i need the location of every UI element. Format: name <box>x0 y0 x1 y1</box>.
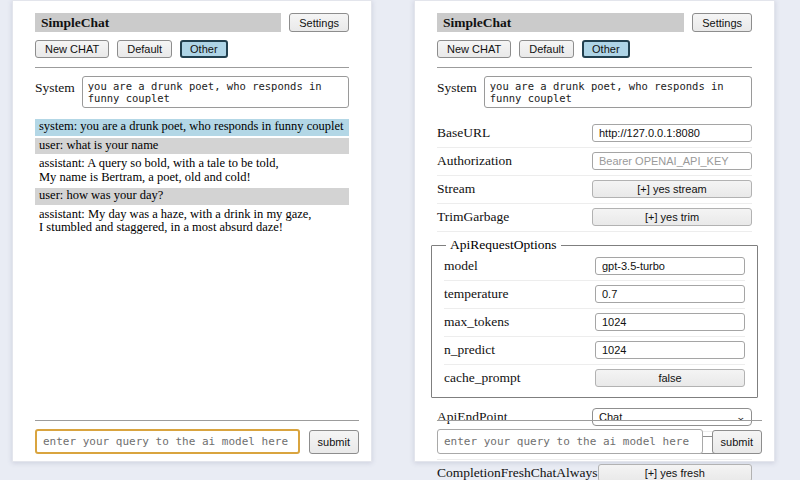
max-tokens-label: max_tokens <box>444 314 509 330</box>
divider <box>437 67 752 68</box>
baseurl-input[interactable] <box>592 124 752 142</box>
session-other-button[interactable]: Other <box>180 40 228 58</box>
model-input[interactable] <box>595 257 745 275</box>
system-label: System <box>35 80 75 96</box>
session-row: New CHAT Default Other <box>437 40 752 58</box>
chat-view-panel: SimpleChat Settings New CHAT Default Oth… <box>12 0 372 462</box>
submit-button[interactable]: submit <box>309 430 359 454</box>
stream-label: Stream <box>437 181 475 197</box>
stream-toggle-button[interactable]: [+] yes stream <box>592 180 752 198</box>
session-row: New CHAT Default Other <box>35 40 349 58</box>
completion-fresh-chat-label: CompletionFreshChatAlways <box>437 465 598 480</box>
temperature-row: temperature <box>444 281 745 309</box>
two-panel-comparison: SimpleChat Settings New CHAT Default Oth… <box>0 0 800 480</box>
app-title: SimpleChat <box>437 13 684 32</box>
chat-message-system: system: you are a drunk poet, who respon… <box>35 119 349 136</box>
max-tokens-input[interactable] <box>595 313 745 331</box>
n-predict-row: n_predict <box>444 337 745 365</box>
temperature-label: temperature <box>444 286 508 302</box>
header: SimpleChat Settings <box>35 13 349 32</box>
cache-prompt-label: cache_prompt <box>444 370 520 386</box>
submit-button[interactable]: submit <box>712 430 762 454</box>
model-row: model <box>444 253 745 281</box>
header: SimpleChat Settings <box>437 13 752 32</box>
trimgarbage-label: TrimGarbage <box>437 209 509 225</box>
session-default-button[interactable]: Default <box>117 40 172 58</box>
cache-prompt-row: cache_prompt false <box>444 365 745 392</box>
session-default-button[interactable]: Default <box>519 40 574 58</box>
cache-prompt-toggle-button[interactable]: false <box>595 369 745 387</box>
completion-fresh-chat-row: CompletionFreshChatAlways [+] yes fresh <box>437 460 752 480</box>
divider <box>35 420 359 421</box>
api-request-options-legend: ApiRequestOptions <box>446 237 561 253</box>
settings-button[interactable]: Settings <box>289 13 349 32</box>
n-predict-label: n_predict <box>444 342 495 358</box>
api-request-options-fieldset: ApiRequestOptions model temperature max_… <box>431 237 758 398</box>
chat-message-user: user: what is your name <box>35 138 349 155</box>
stream-row: Stream [+] yes stream <box>437 176 752 204</box>
authorization-row: Authorization <box>437 148 752 176</box>
app-title: SimpleChat <box>35 13 281 32</box>
query-input[interactable] <box>437 429 703 454</box>
system-prompt-row: System you are a drunk poet, who respond… <box>437 76 752 108</box>
baseurl-label: BaseURL <box>437 125 490 141</box>
settings-view-panel: SimpleChat Settings New CHAT Default Oth… <box>414 0 775 462</box>
system-prompt-textarea[interactable]: you are a drunk poet, who responds in fu… <box>484 76 752 108</box>
query-footer: submit <box>35 420 359 454</box>
chat-history: system: you are a drunk poet, who respon… <box>35 119 349 237</box>
system-label: System <box>437 80 477 96</box>
chat-message-user: user: how was your day? <box>35 188 349 205</box>
system-prompt-row: System you are a drunk poet, who respond… <box>35 76 349 108</box>
completion-fresh-chat-toggle-button[interactable]: [+] yes fresh <box>598 464 753 480</box>
query-footer: submit <box>437 420 762 454</box>
new-chat-button[interactable]: New CHAT <box>437 40 511 58</box>
trimgarbage-toggle-button[interactable]: [+] yes trim <box>592 208 752 226</box>
max-tokens-row: max_tokens <box>444 309 745 337</box>
trimgarbage-row: TrimGarbage [+] yes trim <box>437 204 752 232</box>
new-chat-button[interactable]: New CHAT <box>35 40 109 58</box>
chat-message-assistant: assistant: A query so bold, with a tale … <box>35 156 349 186</box>
authorization-input[interactable] <box>592 152 752 170</box>
divider <box>35 67 349 68</box>
n-predict-input[interactable] <box>595 341 745 359</box>
divider <box>437 420 762 421</box>
settings-button[interactable]: Settings <box>692 13 752 32</box>
baseurl-row: BaseURL <box>437 120 752 148</box>
chat-message-assistant: assistant: My day was a haze, with a dri… <box>35 207 349 237</box>
system-prompt-textarea[interactable]: you are a drunk poet, who responds in fu… <box>82 76 349 108</box>
query-input[interactable] <box>35 429 300 454</box>
temperature-input[interactable] <box>595 285 745 303</box>
authorization-label: Authorization <box>437 153 512 169</box>
session-other-button[interactable]: Other <box>582 40 630 58</box>
model-label: model <box>444 258 478 274</box>
